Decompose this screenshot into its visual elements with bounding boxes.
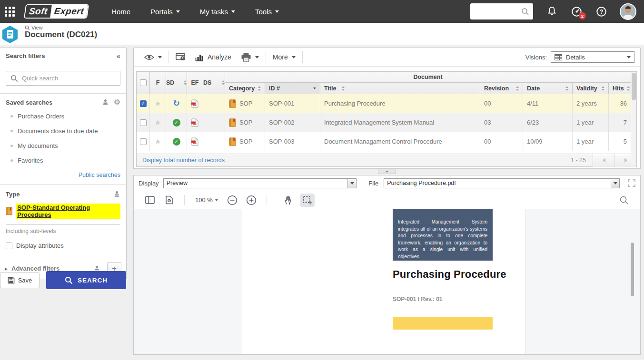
released-icon: ✓ <box>173 119 180 126</box>
nav-home[interactable]: Home <box>101 0 140 23</box>
marquee-select-tool-icon[interactable] <box>300 194 315 207</box>
table-row[interactable]: ★ ↻ SOP SOP-001 Purchasing Procedure 00 … <box>137 94 631 113</box>
scrollbar-thumb[interactable] <box>632 73 636 100</box>
bar-chart-icon <box>195 53 204 61</box>
collapse-sidebar-icon[interactable]: « <box>117 52 120 60</box>
search-icon <box>65 276 73 284</box>
column-header-id[interactable]: ID # <box>265 83 320 94</box>
pdf-viewer-canvas[interactable]: Integrated Management System integrates … <box>134 209 640 354</box>
quick-search-field[interactable] <box>6 71 120 86</box>
display-select[interactable]: Preview <box>163 178 357 188</box>
previous-page-button[interactable] <box>593 154 614 167</box>
hand-pan-tool-icon[interactable] <box>281 194 296 207</box>
display-attributes-checkbox[interactable] <box>6 243 12 249</box>
panel-splitter[interactable] <box>133 169 641 175</box>
id-cell: SOP-002 <box>265 113 320 132</box>
column-header-title[interactable]: Title <box>320 83 480 94</box>
sidebar-title: Search filters <box>6 52 45 59</box>
file-select[interactable]: Purchasing Procedure.pdf <box>384 178 620 188</box>
display-total-link[interactable]: Display total number of records <box>137 157 571 164</box>
visions-select[interactable]: Details <box>551 51 634 63</box>
id-cell: SOP-003 <box>265 132 320 151</box>
clear-filter-icon[interactable] <box>113 190 120 198</box>
saved-search-favorites[interactable]: Favorites <box>0 153 126 168</box>
validity-cell: 1 year <box>573 113 609 132</box>
hits-cell: 36 <box>609 94 631 113</box>
type-section-title: Type <box>6 191 20 198</box>
user-avatar[interactable] <box>620 3 636 20</box>
next-arrow-icon <box>624 158 627 163</box>
document-title: Purchasing Procedure <box>393 268 506 281</box>
column-header-hits[interactable]: Hits <box>609 83 631 94</box>
column-header-sd[interactable]: SD <box>166 72 187 94</box>
pdf-file-icon[interactable] <box>191 137 198 146</box>
column-header-category[interactable]: Category <box>225 83 265 94</box>
table-footer: Display total number of records 1 - 25 <box>137 154 636 166</box>
validity-cell: 1 year <box>573 132 609 151</box>
fullscreen-expand-icon[interactable] <box>628 179 635 187</box>
sort-icon <box>599 86 604 91</box>
chevron-down-icon[interactable] <box>255 56 259 58</box>
history-window-button[interactable] <box>171 48 190 67</box>
type-filter-value-link[interactable]: SOP-Standard Operating Procedures <box>16 204 120 219</box>
favorite-star-icon[interactable]: ★ <box>154 137 161 146</box>
table-scrollbar[interactable] <box>631 72 636 166</box>
toolbar-separator <box>168 51 169 63</box>
view-search-icon <box>25 25 30 30</box>
favorite-star-icon[interactable]: ★ <box>154 118 161 127</box>
column-header-ef[interactable]: EF <box>187 72 203 94</box>
column-header-f[interactable]: F <box>150 72 166 94</box>
favorite-star-icon[interactable]: ★ <box>154 99 161 108</box>
notifications-bell-icon[interactable] <box>545 5 558 18</box>
nav-portals[interactable]: Portals <box>140 0 190 23</box>
softexpert-logo[interactable]: SoftExpert <box>24 4 89 19</box>
saved-search-my-documents[interactable]: My documents <box>0 138 126 153</box>
saved-search-purchase-orders[interactable]: Purchase Orders <box>0 109 126 124</box>
zoom-out-icon[interactable] <box>225 194 239 207</box>
row-checkbox[interactable] <box>140 100 147 107</box>
column-header-date[interactable]: Date <box>523 83 573 94</box>
saved-search-due-date[interactable]: Documents close to due date <box>0 124 126 138</box>
global-search-input[interactable] <box>470 3 533 19</box>
gear-icon[interactable]: ⚙ <box>114 98 120 106</box>
save-button[interactable]: Save <box>0 272 40 288</box>
toggle-sidebar-icon[interactable] <box>143 194 157 207</box>
help-icon[interactable]: ? <box>595 5 607 18</box>
nav-tools[interactable]: Tools <box>245 0 289 23</box>
zoom-in-icon[interactable] <box>244 194 258 207</box>
row-checkbox[interactable] <box>140 119 147 126</box>
category-cell: SOP <box>239 100 252 107</box>
category-book-icon <box>229 99 236 108</box>
print-button[interactable] <box>236 48 264 67</box>
table-row[interactable]: ★ ✓ SOP SOP-003 Document Managament Cont… <box>137 132 631 151</box>
pdf-file-icon[interactable] <box>191 118 198 127</box>
row-checkbox[interactable] <box>140 138 147 145</box>
page-header: View Document (DC021) <box>0 23 644 45</box>
search-button[interactable]: SEARCH <box>46 271 126 289</box>
chevron-down-icon[interactable] <box>158 56 162 58</box>
zoom-level-select[interactable]: 100 % <box>195 196 218 204</box>
whats-new-gauge-icon[interactable]: 2 <box>570 5 583 18</box>
public-searches-link[interactable]: Public searches <box>0 168 126 185</box>
chevron-down-icon <box>275 10 279 13</box>
quick-search-input[interactable] <box>22 75 116 82</box>
splitter-handle[interactable] <box>378 169 396 174</box>
search-in-document-icon[interactable] <box>617 194 631 207</box>
visions-label: Visions: <box>525 54 547 61</box>
nav-my-tasks[interactable]: My tasks <box>190 0 245 23</box>
app-grid-icon[interactable] <box>0 0 19 23</box>
table-row[interactable]: ★ ✓ SOP SOP-002 Integrated Management Sy… <box>137 113 631 132</box>
sort-icon <box>624 86 630 91</box>
analyze-button[interactable]: Analyze <box>190 48 236 67</box>
sort-icon <box>255 86 261 91</box>
page-settings-icon[interactable] <box>162 194 176 207</box>
clear-filter-icon[interactable] <box>102 98 109 106</box>
more-button[interactable]: More <box>268 48 300 67</box>
column-header-validity[interactable]: Validity <box>573 83 609 94</box>
pdf-scrollbar-thumb[interactable] <box>631 243 634 296</box>
select-all-checkbox[interactable] <box>140 79 147 86</box>
column-header-ds[interactable]: DS <box>203 72 225 94</box>
pdf-file-icon[interactable] <box>191 99 198 108</box>
column-header-revision[interactable]: Revision <box>480 83 523 94</box>
view-document-button[interactable] <box>139 48 167 67</box>
